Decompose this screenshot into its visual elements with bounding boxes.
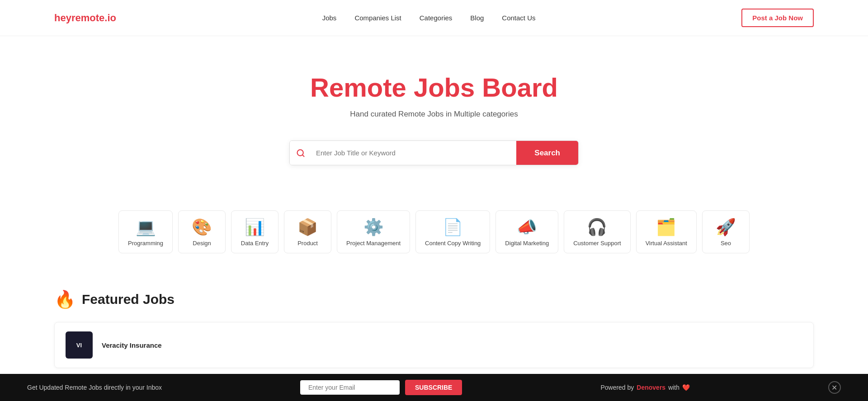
- footer-banner-text: Get Updated Remote Jobs directly in your…: [27, 384, 162, 386]
- job-card[interactable]: VI Veracity Insurance: [54, 322, 814, 368]
- category-item-4[interactable]: ⚙️ Project Management: [337, 210, 410, 253]
- category-icon-5: 📄: [443, 219, 463, 235]
- category-icon-3: 📦: [297, 219, 318, 235]
- featured-header: 🔥 Featured Jobs: [54, 289, 814, 309]
- category-label-0: Programming: [128, 240, 163, 247]
- featured-title: Featured Jobs: [82, 292, 175, 307]
- search-bar: Search: [289, 140, 579, 165]
- category-icon-9: 🚀: [716, 219, 736, 235]
- powered-by-suffix: with: [668, 384, 679, 386]
- category-item-2[interactable]: 📊 Data Entry: [231, 210, 278, 253]
- category-item-5[interactable]: 📄 Content Copy Writing: [415, 210, 490, 253]
- nav-jobs[interactable]: Jobs: [322, 14, 337, 22]
- svg-line-1: [302, 154, 304, 156]
- category-label-2: Data Entry: [241, 240, 269, 247]
- category-icon-7: 🎧: [587, 219, 607, 235]
- hero-title: Remote Jobs Board: [9, 72, 859, 103]
- nav-categories[interactable]: Categories: [420, 14, 453, 22]
- category-item-0[interactable]: 💻 Programming: [118, 210, 173, 253]
- category-label-9: Seo: [721, 240, 731, 247]
- powered-by-prefix: Powered by: [600, 384, 634, 386]
- category-icon-0: 💻: [136, 219, 156, 235]
- job-thumbnail: VI: [66, 331, 93, 359]
- subscribe-button[interactable]: SUBSCRIBE: [405, 380, 462, 386]
- job-info: Veracity Insurance: [102, 341, 802, 349]
- category-icon-1: 🎨: [192, 219, 212, 235]
- nav-links: Jobs Companies List Categories Blog Cont…: [322, 14, 536, 22]
- nav-companies[interactable]: Companies List: [354, 14, 401, 22]
- job-company: Veracity Insurance: [102, 341, 802, 349]
- denovers-link[interactable]: Denovers: [637, 384, 665, 386]
- featured-section: 🔥 Featured Jobs VI Veracity Insurance: [0, 280, 868, 386]
- category-item-3[interactable]: 📦 Product: [284, 210, 331, 253]
- powered-by: Powered by Denovers with ❤️: [600, 384, 690, 386]
- hero-subtitle: Hand curated Remote Jobs in Multiple cat…: [9, 110, 859, 119]
- heart-icon: ❤️: [682, 384, 690, 386]
- footer-email-input[interactable]: [300, 380, 400, 386]
- category-label-6: Digital Marketing: [505, 240, 549, 247]
- fire-icon: 🔥: [54, 289, 75, 309]
- category-label-8: Virtual Assistant: [646, 240, 687, 247]
- navbar: heyremote.io Jobs Companies List Categor…: [0, 0, 868, 36]
- category-icon-6: 📣: [517, 219, 537, 235]
- category-label-4: Project Management: [346, 240, 401, 247]
- footer-email-wrap: SUBSCRIBE: [300, 380, 462, 386]
- category-item-8[interactable]: 🗂️ Virtual Assistant: [636, 210, 697, 253]
- category-label-3: Product: [297, 240, 318, 247]
- category-icon-8: 🗂️: [656, 219, 676, 235]
- close-banner-button[interactable]: ✕: [828, 381, 841, 386]
- category-item-1[interactable]: 🎨 Design: [178, 210, 226, 253]
- search-button[interactable]: Search: [516, 141, 578, 165]
- category-label-5: Content Copy Writing: [425, 240, 481, 247]
- category-item-7[interactable]: 🎧 Customer Support: [564, 210, 631, 253]
- footer-banner: Get Updated Remote Jobs directly in your…: [0, 374, 868, 386]
- category-item-6[interactable]: 📣 Digital Marketing: [495, 210, 558, 253]
- category-label-7: Customer Support: [573, 240, 621, 247]
- site-logo[interactable]: heyremote.io: [54, 12, 116, 24]
- category-icon-4: ⚙️: [363, 219, 384, 235]
- search-input[interactable]: [311, 141, 516, 165]
- category-item-9[interactable]: 🚀 Seo: [702, 210, 750, 253]
- logo-text: heyremote.io: [54, 12, 116, 23]
- post-job-button[interactable]: Post a Job Now: [741, 9, 814, 27]
- nav-contact[interactable]: Contact Us: [502, 14, 535, 22]
- hero-section: Remote Jobs Board Hand curated Remote Jo…: [0, 36, 868, 210]
- nav-blog[interactable]: Blog: [470, 14, 484, 22]
- category-icon-2: 📊: [245, 219, 265, 235]
- categories-row: 💻 Programming 🎨 Design 📊 Data Entry 📦 Pr…: [0, 210, 868, 280]
- search-icon: [290, 141, 311, 165]
- category-label-1: Design: [193, 240, 211, 247]
